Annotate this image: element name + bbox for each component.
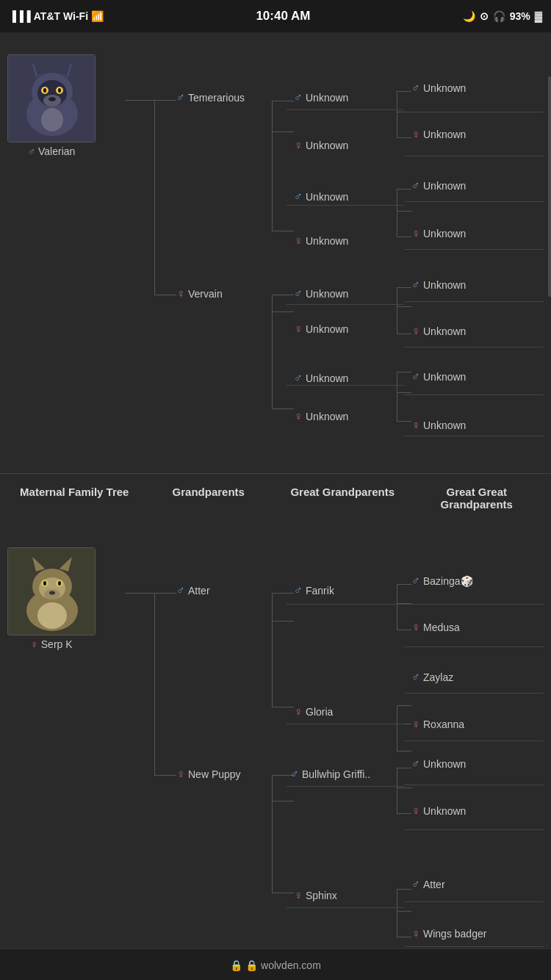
serpk-image [7,547,96,635]
line-to-tem [154,100,176,101]
ggp-v2f-gender: ♂ [294,372,303,385]
svg-point-27 [37,602,67,629]
footer-text: 🔒 wolvden.com [245,959,321,971]
headphone-icon: 🎧 [493,10,505,22]
serpk-gender-icon: ♀ [30,638,38,650]
svg-point-24 [58,581,61,586]
paternal-tree-section: ♂ Valerian ♂ Temerarious ♂ Unknown ♀ Unk… [0,32,551,458]
ggp-tem-mother[interactable]: ♀ Unknown [294,139,348,152]
gggp-wingsbadger[interactable]: ♀ Wings badger [411,927,486,940]
grandparent-temerarious[interactable]: ♂ Temerarious [176,91,245,104]
ggp-gloria[interactable]: ♀ Gloria [294,705,333,718]
m-medusa-line [397,630,411,630]
clock: 10:40 AM [256,9,310,24]
vervain-label: Vervain [188,288,223,300]
subject-portrait-serpk[interactable]: ♀ Serp K [7,547,96,650]
gggp-2-label: Unknown [423,129,466,140]
ggp-vervain-father[interactable]: ♂ Unknown [294,287,348,300]
line-vervain-top [272,295,294,295]
atter-gender-icon: ♂ [176,584,185,597]
ggp-fanrik[interactable]: ♂ Fanrik [294,584,334,597]
ggp-tem-father-gender: ♂ [294,91,303,104]
m-div-r-1 [404,604,544,605]
gggp-medusa[interactable]: ♀ Medusa [411,621,460,634]
gggp-6[interactable]: ♀ Unknown [411,325,466,338]
gggp-2[interactable]: ♀ Unknown [411,128,466,141]
m-div-3 [287,786,404,787]
ggp-tem2-father[interactable]: ♂ Unknown [294,190,348,203]
bazinga-gender: ♂ [411,574,420,588]
line-vervain-vert [272,295,273,408]
gggp-8-label: Unknown [423,419,466,431]
unknown6-label: Unknown [423,805,466,817]
ggp-vf-label: Unknown [306,288,348,300]
ggp-sphinx[interactable]: ♀ Sphinx [294,889,337,902]
gggp-7-gender: ♂ [411,370,420,383]
bullwhip-gender: ♂ [290,768,299,781]
gggp-zaylaz[interactable]: ♂ Zaylaz [411,671,453,684]
col-label-2: Grandparents [142,486,276,511]
scrollbar[interactable] [548,76,551,297]
divider-r-7 [404,394,544,395]
ggp-vervain2-mother[interactable]: ♀ Unknown [294,410,348,423]
ggp-tem-father[interactable]: ♂ Unknown [294,91,348,104]
gggp-5[interactable]: ♂ Unknown [411,278,466,292]
atter2-label: Atter [423,879,445,890]
atter2-gender: ♂ [411,878,420,891]
gggp-roxanna[interactable]: ♀ Roxanna [411,718,464,731]
divider-r-5 [404,301,544,302]
gggp-4[interactable]: ♀ Unknown [411,227,466,240]
gggp-unknown5[interactable]: ♂ Unknown [411,757,466,771]
line-tem-ggp-top [272,101,294,101]
carrier-label: AT&T Wi-Fi [34,10,88,22]
battery-label: 93% [510,10,530,22]
gggp-8[interactable]: ♀ Unknown [411,419,466,432]
divider-r-8 [404,436,544,436]
signal-icon: ▐▐▐ [9,10,31,22]
m-gloria-vert [397,705,397,751]
m-line-fanrik [272,593,294,594]
unknown5-label: Unknown [423,758,466,770]
ggp-bullwhip[interactable]: ♂ Bullwhip Griffi.. [290,768,370,781]
m-line-atter-ggp1 [272,621,294,621]
line-vervain-bot [272,408,294,409]
grandparent-vervain[interactable]: ♀ Vervain [176,287,223,300]
grandparent-newpuppy[interactable]: ♀ New Puppy [176,768,241,781]
grandparent-atter[interactable]: ♂ Atter [176,584,210,597]
ggp-vervain2-father[interactable]: ♂ Unknown [294,372,348,385]
ggp-tem2-mother[interactable]: ♀ Unknown [294,234,348,248]
gggp-7[interactable]: ♂ Unknown [411,370,466,383]
m-div-r-5 [404,785,544,785]
serpk-name: ♀ Serp K [7,638,96,650]
line-vggp2-vert [397,372,397,421]
gggp-7-label: Unknown [423,371,466,383]
gggp-unknown6[interactable]: ♀ Unknown [411,804,466,818]
gggp-bazinga[interactable]: ♂ Bazinga🎲 [411,574,473,588]
sphinx-label: Sphinx [306,890,337,901]
gggp-5-gender: ♂ [411,278,420,292]
ggp-tem-mother-gender: ♀ [294,139,303,152]
m-sphinx-vert [397,889,397,937]
m-bw-right [397,788,411,788]
ggp-tem2-father-gender: ♂ [294,190,303,203]
system-icons: 🌙 ⊙ 🎧 93% ▓ [463,10,542,22]
m-div-r-2 [404,646,544,647]
svg-point-11 [58,88,61,93]
sphinx-gender: ♀ [294,889,303,902]
divider-3 [287,304,404,305]
valerian-image [7,54,96,143]
line-vervain-ggp [272,311,294,312]
m-bazinga-line [397,584,411,585]
temerarious-gender-icon: ♂ [176,91,185,104]
gggp-3-gender: ♂ [411,179,420,192]
vervain-gender-icon: ♀ [176,287,185,300]
m-line-gloria [272,707,294,707]
m-div-r-6 [404,829,544,830]
gggp-1[interactable]: ♂ Unknown [411,82,466,95]
m-div-4 [287,907,404,908]
subject-portrait-valerian[interactable]: ♂ Valerian [7,54,96,157]
svg-point-23 [43,581,46,586]
gggp-atter2[interactable]: ♂ Atter [411,878,445,891]
gggp-3[interactable]: ♂ Unknown [411,179,466,192]
ggp-vervain-mother[interactable]: ♀ Unknown [294,323,348,336]
